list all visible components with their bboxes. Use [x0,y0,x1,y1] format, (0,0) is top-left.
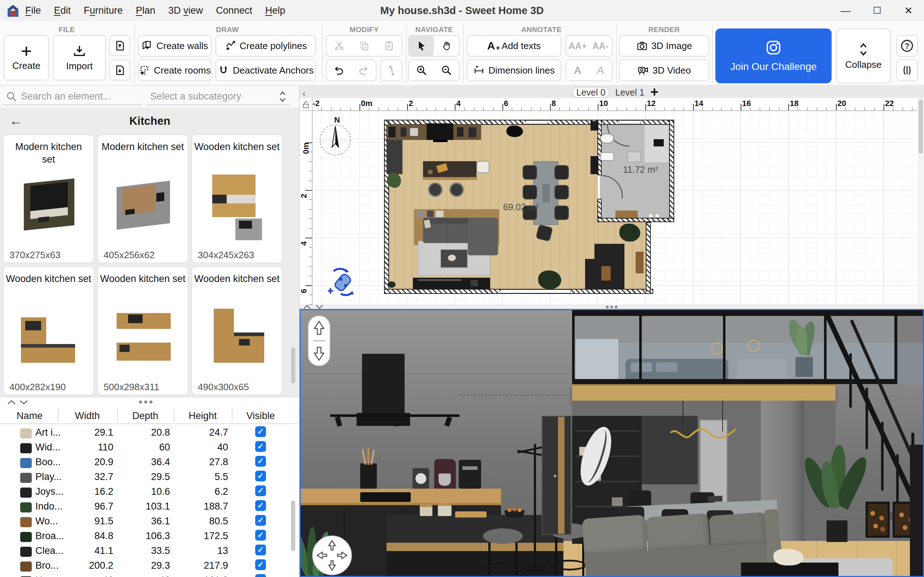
catalog-item[interactable]: Modern kitchen set 405x256x62 [97,134,188,263]
catalog-item[interactable]: Wooden kitchen set 304x245x263 [191,134,283,263]
visible-checkbox[interactable] [255,456,266,467]
plan-wardrobe[interactable] [386,140,402,174]
plan-wall-interior-lower[interactable] [597,199,602,218]
plan-wall-bathroom-bottom[interactable] [597,218,674,222]
plan-kitchen-unit[interactable] [591,156,598,174]
italic-text-button[interactable]: A [589,60,612,81]
plan-plant[interactable] [538,271,561,289]
zoom-out-button[interactable] [434,60,459,81]
column-header-visible[interactable]: Visible [232,410,289,422]
plan-desk[interactable] [423,161,477,177]
join-challenge-button[interactable]: Join Our Challenge [716,29,832,83]
pane-divider[interactable]: ••• [300,305,924,309]
open-document-button[interactable] [109,60,130,81]
tab-level-1[interactable]: Level 1 [613,87,647,98]
save-document-button[interactable] [109,35,130,56]
elevation-control[interactable] [308,316,330,366]
table-scrollbar[interactable] [291,501,295,551]
copy-button[interactable] [352,36,376,56]
catalog-scrollbar[interactable] [291,347,295,384]
create-button[interactable]: Create [3,35,49,81]
increase-text-size-button[interactable]: AA+ [566,36,589,56]
split-view-button[interactable] [896,60,918,81]
visible-checkbox[interactable] [255,574,266,577]
create-rooms-button[interactable]: Create rooms [138,60,212,81]
plan-canvas[interactable]: N [313,111,918,305]
catalog-item[interactable]: Modern kitchen set 370x275x63 [3,134,94,263]
visible-checkbox[interactable] [255,426,266,437]
3d-image-button[interactable]: 3D Image [619,35,709,56]
collapse-left-icon[interactable]: ‹ [302,88,306,99]
tab-level-0[interactable]: Level 0 [572,87,610,98]
plan-sink[interactable] [600,152,614,161]
plan-chair[interactable] [554,165,569,180]
deactivate-anchors-button[interactable]: Deactivate Anchors [215,60,316,81]
zoom-in-button[interactable] [409,60,434,81]
maximize-button[interactable]: ☐ [866,0,888,21]
plan-kitchen-unit[interactable] [591,121,598,131]
dimension-lines-button[interactable]: Dimension lines [467,60,561,81]
plan-plant-small[interactable] [388,281,396,288]
plan-chair[interactable] [523,165,537,180]
visible-checkbox[interactable] [255,530,266,541]
add-texts-button[interactable]: A+ Add texts [467,35,561,56]
plan-sofa-chaise[interactable] [468,218,498,255]
plan-chair[interactable] [554,185,569,200]
cut-button[interactable] [327,36,352,56]
subcategory-select[interactable]: Select a subcategory [150,91,241,102]
column-header-depth[interactable]: Depth [117,410,174,422]
catalog-item[interactable]: Wooden kitchen set 490x300x65 [191,266,283,395]
plan-wall-right-bathroom[interactable] [669,120,674,222]
drag-handle-icon[interactable]: ••• [139,396,155,408]
plan-coffee-table[interactable] [441,250,467,268]
compass[interactable]: N [316,116,356,156]
visible-checkbox[interactable] [255,515,266,526]
plan-scrollbar[interactable] [919,100,923,154]
column-header-height[interactable]: Height [174,410,232,422]
plan-chair[interactable] [523,185,537,200]
plan-pane[interactable]: Level 0 Level 1 + ‹ › -2 0m 2 4 6 8 10 1… [300,86,924,305]
create-polylines-button[interactable]: Create polylines [215,35,316,56]
observer-camera[interactable] [326,266,362,298]
pan-tool-button[interactable] [434,36,459,56]
3d-video-button[interactable]: 3D Video [619,60,709,81]
import-button[interactable]: Import [53,35,106,81]
redo-button[interactable] [351,60,376,81]
plan-chair[interactable] [554,206,569,220]
plan-corner-counter[interactable] [594,244,624,259]
undo-button[interactable] [327,60,351,81]
plan-shower-tray[interactable] [627,152,641,162]
plan-plant-dark[interactable] [506,126,523,137]
modify-compass-button[interactable] [380,60,402,81]
plan-tv-bench[interactable] [413,278,490,289]
plan-toilet[interactable] [600,134,614,143]
visible-checkbox[interactable] [255,441,266,452]
plan-stool[interactable] [428,182,443,197]
pan-control[interactable] [312,535,352,575]
create-walls-button[interactable]: Create walls [138,35,212,56]
column-header-width[interactable]: Width [58,410,117,422]
visible-checkbox[interactable] [255,471,266,482]
help-button[interactable]: ? [896,35,918,56]
close-button[interactable]: ✕ [898,0,919,21]
search-input[interactable]: Search an element... [21,91,111,102]
plan-stool[interactable] [449,182,464,197]
paste-button[interactable] [377,36,402,56]
plan-plant[interactable] [619,224,640,242]
bold-text-button[interactable]: A [566,60,589,81]
catalog-item[interactable]: Wooden kitchen set 500x298x311 [97,266,188,395]
plan-kitchen-counter[interactable] [386,124,481,140]
plan-wall-hall-right[interactable] [646,222,651,292]
3d-view[interactable] [300,309,924,577]
scroll-up-down-icons[interactable] [6,399,31,406]
decrease-text-size-button[interactable]: AA- [589,36,612,56]
plan-bath-cabinet[interactable] [615,211,638,218]
visible-checkbox[interactable] [255,485,266,496]
plan-hall-cabinet[interactable] [636,252,643,273]
visible-checkbox[interactable] [255,545,266,555]
plan-wall-tv[interactable] [654,139,664,147]
visible-checkbox[interactable] [255,500,266,511]
select-tool-button[interactable] [409,36,434,56]
plan-window[interactable] [525,121,548,124]
column-header-name[interactable]: Name [16,410,43,422]
